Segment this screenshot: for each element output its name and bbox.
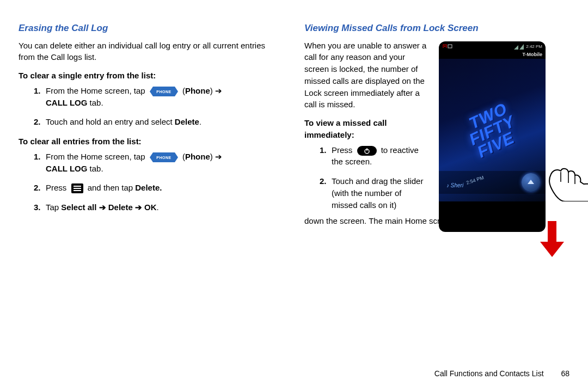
step-row: 1. Press to reactive the screen. — [320, 144, 430, 168]
hand-pointer-icon — [541, 156, 588, 201]
text: From the Home screen, tap — [46, 152, 148, 161]
step-body: Press to reactive the screen. — [332, 144, 430, 168]
right-column: Viewing Missed Calls from Lock Screen Wh… — [304, 22, 569, 234]
step-body: From the Home screen, tap PHONE (Phone) … — [46, 151, 284, 175]
intro-left: You can delete either an individual call… — [19, 40, 284, 64]
step-number: 2. — [34, 182, 46, 194]
subhead-single-entry: To clear a single entry from the list: — [19, 70, 284, 82]
slider-time: 2:54 PM — [465, 174, 485, 187]
steps-all-entries: 1. From the Home screen, tap PHONE (Phon… — [19, 151, 284, 213]
status-left-icons — [442, 44, 453, 51]
right-wrap-block: When you are unable to answer a call for… — [304, 40, 430, 211]
status-time: 2:42 PM — [526, 44, 542, 50]
steps-single-entry: 1. From the Home screen, tap PHONE (Phon… — [19, 85, 284, 128]
text: tab. — [87, 98, 103, 107]
footer-page-number: 68 — [561, 369, 569, 378]
svg-text:PHONE: PHONE — [156, 156, 171, 160]
step-number: 1. — [34, 151, 46, 175]
wallpaper: TWO FIFTY FIVE ♪ Sheri 2:54 PM — [439, 59, 546, 201]
slider-knob — [522, 173, 540, 192]
status-bar: 2:42 PM — [439, 44, 546, 50]
step-body-partial: Touch and drag the slider (with the numb… — [332, 175, 424, 211]
intro-right: When you are unable to answer a call for… — [304, 40, 430, 111]
step-row: 1. From the Home screen, tap PHONE (Phon… — [34, 151, 284, 175]
bold-text: Phone — [185, 86, 210, 95]
bold-text: CALL LOG — [46, 164, 87, 173]
bold-text: Delete — [175, 117, 199, 126]
lockscreen-illustration: 2:42 PM T-Mobile TWO FIFTY FIVE ♪ Sheri … — [439, 41, 569, 232]
bold-text: Select all ➔ Delete ➔ OK — [61, 203, 156, 212]
phone-mock: 2:42 PM T-Mobile TWO FIFTY FIVE ♪ Sheri … — [439, 41, 546, 232]
bold-text: Phone — [185, 152, 210, 161]
step-row: 2. Press and then tap Delete. — [34, 182, 284, 194]
step-number: 2. — [320, 175, 332, 211]
footer-section: Call Functions and Contacts List — [434, 369, 544, 378]
subhead-all-entries: To clear all entries from the list: — [19, 136, 284, 148]
step-row: 2. Touch and hold an entry and select De… — [34, 116, 284, 128]
text: ) ➔ — [210, 152, 222, 161]
missed-call-slider: ♪ Sheri 2:54 PM — [439, 171, 546, 194]
text: ) ➔ — [210, 86, 222, 95]
text: Tap — [46, 203, 61, 212]
svg-marker-11 — [540, 242, 564, 257]
svg-rect-6 — [448, 45, 452, 48]
text: and then tap — [85, 183, 136, 192]
svg-rect-10 — [548, 221, 556, 242]
step-body: Tap Select all ➔ Delete ➔ OK. — [46, 201, 284, 213]
signal-icon — [514, 44, 524, 50]
svg-marker-7 — [514, 45, 518, 50]
step-body: From the Home screen, tap PHONE (Phone) … — [46, 85, 284, 109]
power-key-icon — [357, 146, 377, 156]
text: From the Home screen, tap — [46, 86, 148, 95]
svg-marker-9 — [528, 180, 534, 184]
step-body: Touch and hold an entry and select Delet… — [46, 116, 284, 128]
phone-tag-icon: PHONE — [150, 152, 178, 162]
text: Press — [46, 183, 69, 192]
bold-text: Delete. — [135, 183, 162, 192]
subhead-view-missed: To view a missed call immediately: — [304, 117, 430, 141]
text: tab. — [87, 164, 103, 173]
heading-missed-calls: Viewing Missed Calls from Lock Screen — [304, 22, 569, 35]
step-number: 3. — [34, 201, 46, 213]
carrier-label: T-Mobile — [523, 51, 543, 58]
step-number: 2. — [34, 116, 46, 128]
step-row: 3. Tap Select all ➔ Delete ➔ OK. — [34, 201, 284, 213]
text: Touch and hold an entry and select — [46, 117, 175, 126]
step-body: Press and then tap Delete. — [46, 182, 284, 194]
menu-key-icon — [71, 183, 83, 193]
step-row: 2. Touch and drag the slider (with the n… — [320, 175, 430, 211]
wallpaper-text: TWO FIFTY FIVE — [464, 99, 519, 162]
drag-down-arrow-icon — [540, 221, 564, 260]
steps-missed-call: 1. Press to reactive the screen. 2. T — [304, 144, 430, 211]
text: . — [199, 117, 201, 126]
text: Press — [332, 145, 355, 155]
bold-text: CALL LOG — [46, 98, 87, 107]
step-number: 1. — [34, 85, 46, 109]
step-row: 1. From the Home screen, tap PHONE (Phon… — [34, 85, 284, 109]
svg-marker-8 — [519, 44, 524, 50]
text: . — [157, 203, 159, 212]
step-number: 1. — [320, 144, 332, 168]
svg-text:PHONE: PHONE — [156, 90, 171, 94]
page: Erasing the Call Log You can delete eith… — [0, 0, 588, 266]
phone-tag-icon: PHONE — [150, 87, 178, 96]
slider-caller-name: ♪ Sheri — [446, 182, 463, 190]
heading-erasing: Erasing the Call Log — [19, 22, 284, 35]
page-footer: Call Functions and Contacts List 68 — [434, 368, 569, 379]
left-column: Erasing the Call Log You can delete eith… — [19, 22, 284, 234]
